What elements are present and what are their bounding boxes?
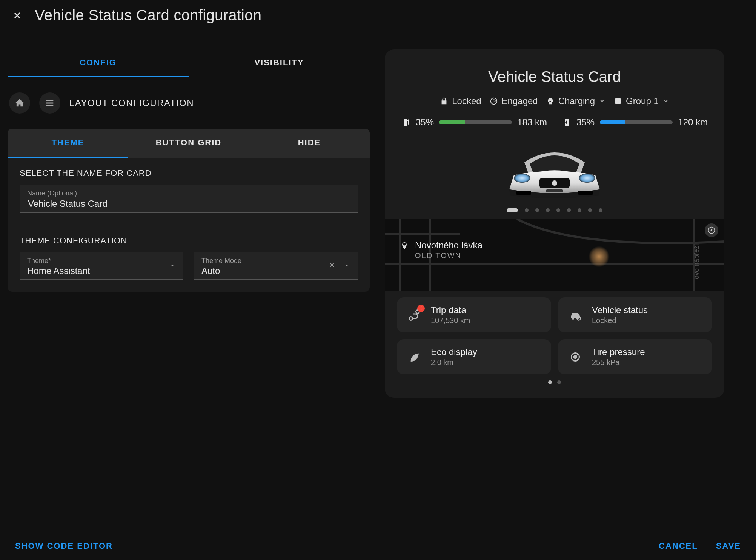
menu-icon [45,98,55,108]
alert-badge: ! [417,305,425,312]
compass-button[interactable] [705,223,718,237]
chevron-down-icon [599,96,605,106]
map-street-label: ovo nábřeží [693,244,701,279]
card-pagination [397,380,712,384]
card-vehicle-status[interactable]: Vehicle status Locked [558,297,712,332]
chevron-down-icon [343,261,351,271]
theme-select-value: Home Assistant [27,266,176,276]
chevron-down-icon [662,96,669,106]
dot-6[interactable] [567,208,571,212]
dot-3[interactable] [535,208,539,212]
close-button[interactable] [11,9,24,22]
home-button[interactable] [9,92,30,114]
card-value: Locked [592,316,648,325]
dot-8[interactable] [588,208,592,212]
cancel-button[interactable]: CANCEL [659,541,698,551]
status-charging[interactable]: Charging [546,96,605,106]
card-title: Vehicle status [592,305,648,315]
map[interactable]: Novotného lávka OLD TOWN ovo nábřeží [385,219,724,291]
location-name: Novotného lávka [415,240,482,251]
card-value: 107,530 km [431,316,470,325]
range-fuel: 35% 183 km [401,117,547,128]
map-marker [589,246,610,267]
tab-hide[interactable]: HIDE [249,129,370,158]
battery-icon [562,118,571,127]
theme-mode-label: Theme Mode [201,257,350,265]
save-button[interactable]: SAVE [716,541,741,551]
preview-title: Vehicle Status Card [397,68,712,85]
svg-rect-7 [516,191,531,195]
dot-5[interactable] [556,208,560,212]
card-value: 2.0 km [431,358,477,367]
image-pagination [507,208,602,212]
section-theme-label: THEME CONFIGURATION [20,236,358,246]
group-icon: 1 [614,97,622,105]
theme-select-label: Theme* [27,257,176,265]
tab-theme[interactable]: THEME [8,129,128,158]
pin-icon [400,242,409,252]
page-title: Vehicle Status Card configuration [35,7,261,24]
status-group[interactable]: 1 Group 1 [614,96,669,106]
status-engaged: Engaged [490,96,538,106]
theme-select[interactable]: Theme* Home Assistant [20,252,183,280]
clear-button[interactable] [328,261,336,271]
tab-visibility[interactable]: VISIBILITY [189,49,370,77]
parking-icon [490,97,498,105]
tab-button-grid[interactable]: BUTTON GRID [128,129,249,158]
theme-mode-select[interactable]: Theme Mode Auto [194,252,358,280]
compass-icon [708,226,715,234]
range-battery: 35% 120 km [562,117,708,128]
svg-point-0 [490,98,497,105]
close-icon [12,10,23,21]
charging-icon [546,97,555,105]
section-name-label: SELECT THE NAME FOR CARD [20,168,358,178]
tire-icon [569,351,581,363]
dot-7[interactable] [578,208,581,212]
svg-rect-9 [546,189,563,192]
home-icon [14,98,25,108]
tab-config[interactable]: CONFIG [8,49,189,77]
svg-text:1: 1 [617,98,619,104]
close-icon [328,261,336,269]
svg-rect-8 [578,191,593,195]
svg-point-4 [552,180,557,186]
svg-point-11 [409,317,413,320]
name-field-label: Name (Optional) [27,189,350,197]
card-tire-pressure[interactable]: Tire pressure 255 kPa [558,339,712,374]
card-title: Tire pressure [592,347,645,357]
page-dot-1[interactable] [548,380,552,384]
dot-9[interactable] [599,208,602,212]
card-title: Eco display [431,347,477,357]
car-gear-icon [569,308,582,322]
card-eco-display[interactable]: Eco display 2.0 km [397,339,551,374]
name-input[interactable] [27,198,350,209]
lock-icon [440,97,448,105]
fuel-icon [401,118,410,127]
location-sub: OLD TOWN [415,251,482,260]
leaf-icon [408,351,420,363]
menu-button[interactable] [39,92,60,114]
name-field[interactable]: Name (Optional) [20,185,358,213]
vehicle-image [498,140,611,201]
card-trip-data[interactable]: ! Trip data 107,530 km [397,297,551,332]
dot-2[interactable] [525,208,529,212]
breadcrumb-title: LAYOUT CONFIGURATION [69,98,194,108]
svg-point-5 [514,174,530,183]
show-code-editor-button[interactable]: SHOW CODE EDITOR [15,541,113,551]
status-locked: Locked [440,96,481,106]
page-dot-2[interactable] [557,380,561,384]
card-title: Trip data [431,305,470,315]
svg-point-15 [574,355,577,358]
svg-point-6 [579,174,595,183]
dot-1[interactable] [507,208,518,212]
theme-mode-value: Auto [201,266,350,276]
dot-4[interactable] [546,208,550,212]
card-value: 255 kPa [592,358,645,367]
preview-card: Vehicle Status Card Locked Engaged Charg… [385,49,724,398]
chevron-down-icon [168,261,177,271]
